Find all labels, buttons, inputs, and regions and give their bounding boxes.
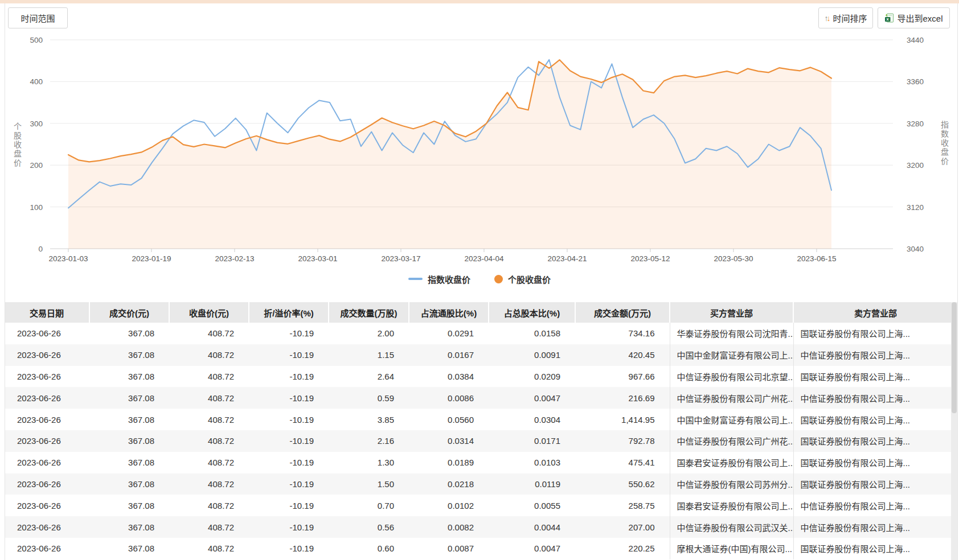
- svg-text:100: 100: [30, 203, 43, 212]
- table-scrollbar-track[interactable]: [951, 302, 957, 560]
- table-cell: 0.0103: [489, 452, 575, 473]
- table-row: 2023-06-26367.08408.72-10.191.500.02180.…: [5, 473, 957, 495]
- table-row: 2023-06-26367.08408.72-10.191.300.01890.…: [5, 452, 957, 473]
- time-sort-label: 时间排序: [833, 12, 867, 24]
- table-cell: 0.0082: [409, 516, 489, 538]
- right-axis-title: 指数收盘价: [938, 121, 950, 166]
- table-cell: 国联证券股份有限公司上海...: [793, 366, 957, 388]
- table-cell: 0.70: [329, 495, 409, 516]
- table-cell: 0.0158: [489, 323, 575, 344]
- table-cell: 国泰君安证券股份有限公司上...: [670, 452, 793, 473]
- table-cell: 1.15: [329, 344, 409, 366]
- header-cell: 占流通股比(%): [409, 302, 489, 323]
- table-cell: 367.08: [89, 344, 169, 366]
- table-cell: 0.0560: [409, 409, 489, 430]
- table-cell: 0.0086: [409, 387, 489, 409]
- table-cell: 2023-06-26: [5, 344, 89, 366]
- table-cell: 0.0087: [409, 538, 489, 559]
- svg-text:3440: 3440: [907, 36, 924, 44]
- table-scrollbar-thumb[interactable]: [952, 302, 957, 413]
- legend-label: 个股收盘价: [508, 273, 551, 285]
- time-range-button[interactable]: 时间范围: [8, 7, 68, 28]
- table-cell: 967.66: [575, 366, 670, 388]
- table-cell: 258.75: [575, 495, 670, 516]
- table-cell: 1.30: [329, 452, 409, 473]
- table-row: 2023-06-26367.08408.72-10.192.640.03840.…: [5, 366, 957, 388]
- header-cell: 收盘价(元): [169, 302, 249, 323]
- svg-text:500: 500: [30, 36, 43, 44]
- table-cell: 中信证券股份有限公司北京望...: [670, 366, 793, 388]
- table-row: 2023-06-26367.08408.72-10.190.560.00820.…: [5, 516, 957, 538]
- table-cell: 国联证券股份有限公司上海...: [793, 409, 957, 430]
- time-sort-button[interactable]: ↑↓ 时间排序: [818, 7, 873, 28]
- table-cell: 2023-06-26: [5, 366, 89, 388]
- chart-legend: 指数收盘价个股收盘价: [0, 271, 959, 286]
- table-cell: -10.19: [249, 538, 329, 559]
- table-cell: 国联证券股份有限公司上海...: [793, 323, 957, 344]
- svg-text:2023-06-15: 2023-06-15: [797, 254, 836, 263]
- table-cell: 734.16: [575, 323, 670, 344]
- table-cell: 摩根大通证券(中国)有限公司...: [670, 538, 793, 559]
- table-cell: 中国中金财富证券有限公司上...: [670, 409, 793, 430]
- table-cell: 0.0304: [489, 409, 575, 430]
- table-cell: 0.0044: [489, 516, 575, 538]
- table-cell: 中信证券股份有限公司上海...: [793, 344, 957, 366]
- table-cell: -10.19: [249, 323, 329, 344]
- legend-dot-marker-icon: [494, 275, 503, 283]
- table-cell: 408.72: [169, 538, 249, 559]
- header-cell: 占总股本比(%): [489, 302, 575, 323]
- table-cell: 367.08: [89, 387, 169, 409]
- table-row: 2023-06-26367.08408.72-10.190.590.00860.…: [5, 387, 957, 409]
- svg-text:2023-01-03: 2023-01-03: [48, 254, 88, 263]
- table-cell: 中信证券股份有限公司苏州分...: [670, 473, 793, 495]
- table-cell: 367.08: [89, 538, 169, 559]
- table-cell: 2023-06-26: [5, 387, 89, 409]
- export-excel-label: 导出到excel: [897, 12, 942, 24]
- table-cell: 中国中金财富证券有限公司上...: [670, 344, 793, 366]
- table-cell: 408.72: [169, 495, 249, 516]
- table-cell: 792.78: [575, 430, 670, 452]
- legend-line-marker-icon: [408, 278, 423, 280]
- table-cell: 220.25: [575, 538, 670, 559]
- sort-arrows-icon: ↑↓: [824, 14, 829, 23]
- table-cell: 0.0384: [409, 366, 489, 388]
- excel-icon: x: [884, 13, 894, 23]
- table-cell: 408.72: [169, 344, 249, 366]
- table-cell: 550.62: [575, 473, 670, 495]
- table-cell: 0.0047: [489, 387, 575, 409]
- svg-text:2023-01-19: 2023-01-19: [132, 254, 171, 263]
- table-cell: 216.69: [575, 387, 670, 409]
- table-cell: 国联证券股份有限公司上海...: [793, 430, 957, 452]
- table-cell: 367.08: [89, 366, 169, 388]
- legend-label: 指数收盘价: [428, 273, 470, 285]
- table-cell: 1,414.95: [575, 409, 670, 430]
- table-cell: 2023-06-26: [5, 538, 89, 559]
- legend-item-index-close[interactable]: 指数收盘价: [408, 273, 470, 285]
- table-cell: 国联证券股份有限公司上海...: [793, 452, 957, 473]
- table-cell: -10.19: [249, 387, 329, 409]
- table-cell: 中信证券股份有限公司上海...: [793, 495, 957, 516]
- export-excel-button[interactable]: x 导出到excel: [878, 7, 950, 28]
- table-cell: 国联证券股份有限公司上海...: [793, 538, 957, 559]
- table-cell: 367.08: [89, 516, 169, 538]
- table-row: 2023-06-26367.08408.72-10.192.160.03140.…: [5, 430, 957, 452]
- table-cell: 408.72: [169, 366, 249, 388]
- svg-text:2023-03-01: 2023-03-01: [298, 254, 337, 263]
- table-cell: 中信证券股份有限公司广州花...: [670, 430, 793, 452]
- header-cell: 成交价(元): [89, 302, 169, 323]
- table-cell: 367.08: [89, 495, 169, 516]
- legend-item-stock-close[interactable]: 个股收盘价: [494, 273, 551, 285]
- table-cell: 0.0047: [489, 538, 575, 559]
- block-trade-page: 0100200300400500304031203200328033603440…: [0, 0, 959, 560]
- table-cell: 0.0314: [409, 430, 489, 452]
- table-cell: 0.0119: [489, 473, 575, 495]
- table-cell: -10.19: [249, 430, 329, 452]
- table-cell: 367.08: [89, 430, 169, 452]
- table-cell: 2.16: [329, 430, 409, 452]
- price-index-chart: 0100200300400500304031203200328033603440…: [0, 0, 959, 291]
- table-cell: 中信证券股份有限公司广州花...: [670, 387, 793, 409]
- table-cell: 0.0167: [409, 344, 489, 366]
- table-cell: 2023-06-26: [5, 473, 89, 495]
- block-trade-table: 交易日期成交价(元)收盘价(元)折/溢价率(%)成交数量(万股)占流通股比(%)…: [5, 302, 957, 559]
- table-cell: 0.0218: [409, 473, 489, 495]
